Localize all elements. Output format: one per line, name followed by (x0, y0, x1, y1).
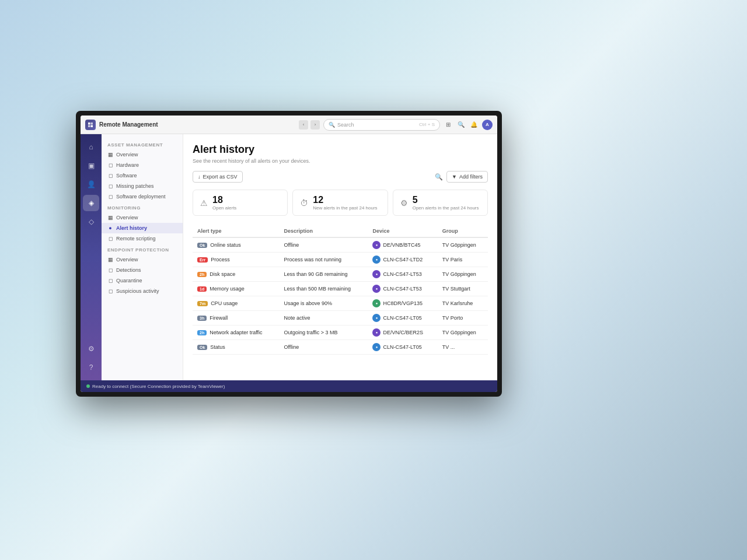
table-row[interactable]: 1d Memory usage Less than 500 MB remaini… (193, 282, 488, 296)
svg-rect-3 (91, 125, 93, 127)
cell-alert-type: Ok Status (193, 340, 279, 355)
stat-open-alerts: ⚠ 18 Open alerts (193, 190, 288, 216)
sidebar-item-suspicious[interactable]: ◻ Suspicious activity (102, 286, 183, 296)
sidebar-icon-help[interactable]: ? (83, 359, 99, 376)
table-row[interactable]: 7m CPU usage Usage is above 90% ● HC8DR/… (193, 296, 488, 311)
filter-icon: ▼ (452, 174, 457, 180)
cell-alert-type: 2h Network adapter traffic (193, 326, 279, 340)
sidebar-item-scripting[interactable]: ◻ Remote scripting (102, 233, 183, 244)
section-title-endpoint: ENDPOINT PROTECTION (102, 244, 183, 254)
search-icon[interactable]: 🔍 (435, 173, 443, 181)
user-avatar[interactable]: A (482, 120, 493, 130)
nav-sidebar: ASSET MANAGEMENT ▦ Overview ◻ Hardware ◻… (102, 134, 183, 380)
stat-label-new: New alerts in the past 24 hours (313, 205, 377, 211)
col-device: Device (368, 225, 437, 237)
search-icon[interactable]: 🔍 (456, 120, 466, 130)
stat-number-open: 18 (212, 195, 236, 205)
detect-icon: ◻ (107, 267, 113, 273)
col-alert-type: Alert type (193, 225, 279, 237)
software-icon: ◻ (107, 173, 113, 178)
table-header-row: Alert type Description Device Group (193, 225, 488, 237)
cell-group: TV Porto (438, 311, 488, 326)
toolbar-right: 🔍 ▼ Add filters (435, 171, 488, 183)
warning-icon: ⚠ (200, 198, 208, 208)
app-logo (85, 120, 96, 130)
table-row[interactable]: Err Process Process was not running ● CL… (193, 253, 488, 267)
bell-icon[interactable]: 🔔 (469, 120, 479, 130)
sidebar-item-detections[interactable]: ◻ Detections (102, 265, 183, 275)
cell-group: TV ... (438, 340, 488, 355)
topbar: Remote Management ‹ › 🔍 Search Ctrl + S … (81, 116, 497, 134)
app-title: Remote Management (99, 121, 295, 128)
cell-description: Offline (279, 340, 368, 355)
export-csv-button[interactable]: ↓ Export as CSV (193, 171, 243, 183)
svg-rect-0 (88, 123, 90, 125)
stat-open-24h: ⚙ 5 Open alerts in the past 24 hours (393, 190, 488, 216)
cell-group: TV Paris (438, 253, 488, 267)
cell-alert-type: 7m CPU usage (193, 296, 279, 311)
cell-alert-type: 1d Memory usage (193, 282, 279, 296)
sidebar-item-overview-endpoint[interactable]: ▦ Overview (102, 254, 183, 265)
col-description: Description (279, 225, 368, 237)
nav-arrows: ‹ › (299, 120, 320, 130)
grid-icon: ▦ (107, 215, 113, 220)
stat-label-24h: Open alerts in the past 24 hours (413, 205, 479, 211)
sidebar-item-quarantine[interactable]: ◻ Quarantine (102, 275, 183, 286)
topbar-actions: ⊞ 🔍 🔔 A (444, 120, 493, 130)
sidebar-icon-settings[interactable]: ⚙ (83, 341, 99, 357)
cell-device: ● CLN-CS47-LT53 (368, 267, 437, 282)
cell-description: Usage is above 90% (279, 296, 368, 311)
table-row[interactable]: 3h Firewall Note active ● CLN-CS47-LT05 … (193, 311, 488, 326)
sidebar-icon-shield[interactable]: ◈ (83, 195, 99, 211)
cell-description: Less than 500 MB remaining (279, 282, 368, 296)
cell-description: Outgoing traffic > 3 MB (279, 326, 368, 340)
sidebar-icon-monitor[interactable]: ▣ (83, 158, 99, 174)
section-title-asset: ASSET MANAGEMENT (102, 139, 183, 149)
sidebar-item-overview-asset[interactable]: ▦ Overview (102, 149, 183, 160)
monitor: Remote Management ‹ › 🔍 Search Ctrl + S … (76, 111, 502, 397)
sidebar-item-software[interactable]: ◻ Software (102, 170, 183, 181)
cell-device: ● HC8DR/VGP135 (368, 296, 437, 311)
grid-icon[interactable]: ⊞ (444, 120, 453, 130)
section-title-monitoring: MONITORING (102, 202, 183, 212)
sidebar-icon-diamond[interactable]: ◇ (83, 214, 99, 230)
cell-description: Offline (279, 237, 368, 253)
sidebar-item-hardware[interactable]: ◻ Hardware (102, 160, 183, 170)
clock-icon: ⏱ (300, 198, 308, 208)
alert-table: Alert type Description Device Group Ok O… (193, 225, 488, 355)
status-text: Ready to connect (Secure Connection prov… (92, 384, 225, 389)
stats-row: ⚠ 18 Open alerts ⏱ 12 New alerts in the … (193, 190, 488, 216)
grid-icon: ▦ (107, 152, 113, 158)
icon-sidebar: ⌂ ▣ 👤 ◈ ◇ ⚙ ? (81, 134, 102, 380)
table-row[interactable]: 2h Disk space Less than 90 GB remaining … (193, 267, 488, 282)
svg-rect-1 (91, 123, 93, 125)
cell-device: ● CLN-CS47-LT05 (368, 340, 437, 355)
alert-icon: ● (107, 225, 113, 231)
nav-forward[interactable]: › (310, 120, 320, 130)
sidebar-item-overview-monitoring[interactable]: ▦ Overview (102, 212, 183, 223)
status-dot (86, 384, 90, 388)
cell-alert-type: Ok Online status (193, 237, 279, 253)
sidebar-item-patches[interactable]: ◻ Missing patches (102, 181, 183, 191)
table-row[interactable]: 2h Network adapter traffic Outgoing traf… (193, 326, 488, 340)
cell-description: Note active (279, 311, 368, 326)
table-row[interactable]: Ok Online status Offline ● DE/VNB/BTC45 … (193, 237, 488, 253)
cell-alert-type: 3h Firewall (193, 311, 279, 326)
sidebar-item-deployment[interactable]: ◻ Software deployment (102, 191, 183, 202)
monitor-bezel: Remote Management ‹ › 🔍 Search Ctrl + S … (76, 111, 502, 397)
gear-icon: ⚙ (400, 198, 408, 208)
nav-back[interactable]: ‹ (299, 120, 308, 130)
search-bar[interactable]: 🔍 Search Ctrl + S (323, 119, 440, 131)
table-row[interactable]: Ok Status Offline ● CLN-CS47-LT05 TV ... (193, 340, 488, 355)
page-subtitle: See the recent history of all alerts on … (193, 158, 488, 164)
cell-group: TV Karlsruhe (438, 296, 488, 311)
deploy-icon: ◻ (107, 194, 113, 200)
app-body: ⌂ ▣ 👤 ◈ ◇ ⚙ ? ASSET MANAGEMENT ▦ Overvie… (81, 134, 497, 380)
sidebar-icon-users[interactable]: 👤 (83, 176, 99, 192)
add-filters-button[interactable]: ▼ Add filters (446, 171, 488, 183)
cell-description: Process was not running (279, 253, 368, 267)
cell-device: ● CLN-CS47-LTD2 (368, 253, 437, 267)
sidebar-icon-home[interactable]: ⌂ (83, 139, 99, 155)
sidebar-item-alert-history[interactable]: ● Alert history (102, 223, 183, 233)
col-group: Group (438, 225, 488, 237)
